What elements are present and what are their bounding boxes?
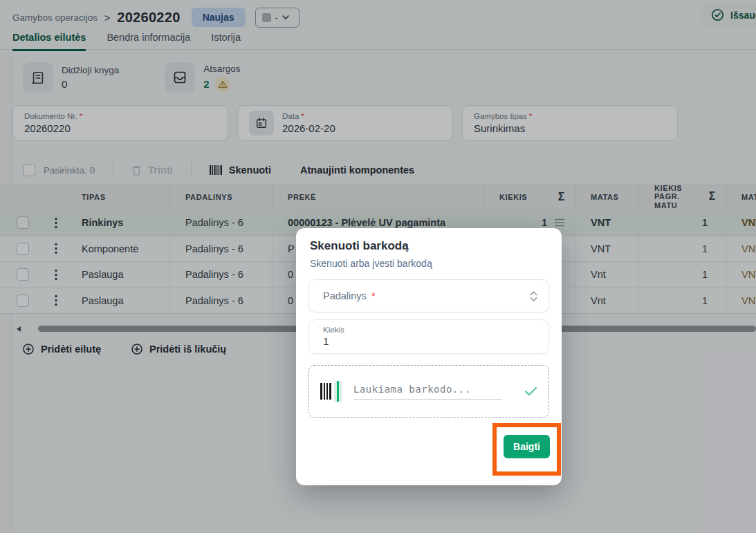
check-icon: [524, 386, 537, 396]
department-select-label: Padalinys *: [323, 290, 530, 301]
quantity-value: 1: [323, 335, 537, 347]
app-root: Gamybos operacijos > 20260220 Naujas - I…: [0, 0, 756, 533]
modal-subtitle: Skenuoti arba įvesti barkodą: [310, 258, 432, 269]
finish-button[interactable]: Baigti: [504, 435, 550, 458]
quantity-field[interactable]: Kiekis 1: [308, 319, 549, 354]
required-mark: *: [371, 290, 376, 301]
scan-barcode-modal: Skenuoti barkodą Skenuoti arba įvesti ba…: [296, 228, 562, 485]
barcode-scan-area[interactable]: Laukiama barkodo...: [308, 365, 549, 418]
barcode-scan-icon: [320, 381, 344, 402]
quantity-label: Kiekis: [323, 326, 537, 334]
chevron-up-down-icon: [530, 291, 537, 301]
scan-status-text: Laukiama barkodo...: [353, 384, 501, 400]
department-select[interactable]: Padalinys *: [308, 279, 549, 312]
modal-title: Skenuoti barkodą: [310, 239, 409, 253]
